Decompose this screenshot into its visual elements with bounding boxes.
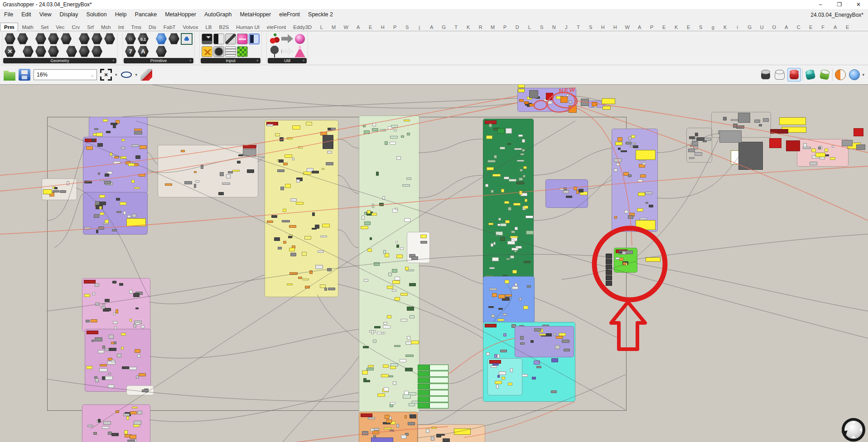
component-node[interactable] bbox=[184, 181, 192, 184]
component-node[interactable] bbox=[376, 172, 379, 176]
sketch-pen-icon[interactable] bbox=[140, 69, 152, 81]
component-node[interactable] bbox=[131, 180, 135, 183]
panel-component[interactable] bbox=[518, 85, 525, 88]
component-icon-input[interactable] bbox=[202, 46, 212, 57]
preview-eye-icon[interactable] bbox=[121, 69, 132, 81]
table-cell[interactable] bbox=[429, 396, 448, 402]
component-node[interactable] bbox=[515, 283, 517, 286]
component-node[interactable] bbox=[98, 419, 101, 423]
component-node[interactable] bbox=[509, 179, 516, 182]
component-node[interactable] bbox=[436, 434, 441, 437]
component-icon-geometry[interactable] bbox=[60, 33, 72, 45]
component-node[interactable] bbox=[94, 376, 97, 379]
table-cell[interactable] bbox=[418, 403, 429, 408]
tab-set[interactable]: Set bbox=[37, 23, 52, 31]
component-node[interactable] bbox=[491, 365, 497, 368]
component-node[interactable] bbox=[508, 383, 512, 385]
slider-component[interactable] bbox=[606, 259, 612, 264]
component-node[interactable] bbox=[331, 128, 336, 130]
component-node[interactable] bbox=[529, 90, 538, 98]
component-node[interactable] bbox=[312, 171, 319, 174]
component-node[interactable] bbox=[579, 189, 583, 192]
component-node[interactable] bbox=[525, 199, 527, 202]
component-node[interactable] bbox=[408, 422, 415, 425]
component-node[interactable] bbox=[135, 307, 139, 309]
component-node[interactable] bbox=[411, 341, 419, 345]
component-node[interactable] bbox=[327, 268, 332, 271]
component-node[interactable] bbox=[628, 137, 632, 140]
component-node[interactable] bbox=[386, 419, 392, 423]
component-node[interactable] bbox=[381, 332, 384, 334]
component-node[interactable] bbox=[243, 149, 256, 156]
component-node[interactable] bbox=[380, 129, 386, 131]
component-node[interactable] bbox=[633, 145, 638, 148]
component-node[interactable] bbox=[511, 231, 515, 233]
canvas-navigation-ball[interactable] bbox=[842, 418, 865, 442]
component-node[interactable] bbox=[498, 218, 501, 221]
component-node[interactable] bbox=[628, 174, 632, 177]
component-node[interactable] bbox=[86, 320, 90, 322]
component-node[interactable] bbox=[619, 258, 623, 261]
component-node[interactable] bbox=[392, 269, 397, 273]
component-node[interactable] bbox=[517, 160, 524, 162]
component-node[interactable] bbox=[368, 417, 375, 420]
component-node[interactable] bbox=[296, 179, 300, 183]
component-node[interactable] bbox=[323, 135, 333, 149]
component-group-11[interactable] bbox=[483, 119, 534, 286]
component-group-0[interactable] bbox=[89, 117, 148, 139]
component-node[interactable] bbox=[113, 125, 116, 128]
component-icon-primitive[interactable] bbox=[155, 46, 167, 58]
component-node[interactable] bbox=[569, 101, 573, 104]
component-node[interactable] bbox=[137, 354, 140, 357]
tab-letter-35[interactable]: G bbox=[743, 23, 756, 31]
tab-letter-21[interactable]: T bbox=[572, 23, 584, 31]
component-node[interactable] bbox=[511, 238, 517, 241]
component-node[interactable] bbox=[631, 135, 635, 138]
component-node[interactable] bbox=[818, 147, 821, 149]
component-node[interactable] bbox=[136, 375, 138, 379]
component-group-7[interactable] bbox=[82, 404, 150, 442]
component-node[interactable] bbox=[738, 113, 750, 123]
component-node[interactable] bbox=[181, 150, 185, 152]
component-node[interactable] bbox=[364, 221, 371, 225]
component-node[interactable] bbox=[523, 166, 527, 169]
component-node[interactable] bbox=[496, 384, 499, 389]
tab-letter-13[interactable]: R bbox=[474, 23, 487, 31]
component-node[interactable] bbox=[524, 261, 530, 263]
tab-letter-5[interactable]: H bbox=[376, 23, 389, 31]
open-file-icon[interactable] bbox=[4, 69, 15, 81]
component-node[interactable] bbox=[501, 189, 504, 192]
component-node[interactable] bbox=[296, 202, 304, 205]
component-node[interactable] bbox=[387, 315, 391, 318]
component-node[interactable] bbox=[551, 390, 557, 393]
component-node[interactable] bbox=[370, 237, 372, 240]
tab-fabt[interactable]: FabT bbox=[160, 23, 179, 31]
component-node[interactable] bbox=[410, 414, 416, 418]
slider-component[interactable] bbox=[606, 254, 612, 259]
component-node[interactable] bbox=[516, 182, 524, 184]
component-node[interactable] bbox=[302, 252, 307, 255]
component-node[interactable] bbox=[121, 333, 126, 336]
component-node[interactable] bbox=[123, 211, 126, 215]
tab-letter-40[interactable]: E bbox=[805, 23, 817, 31]
component-node[interactable] bbox=[489, 267, 495, 269]
tab-letter-41[interactable]: F bbox=[817, 23, 829, 31]
component-node[interactable] bbox=[105, 308, 111, 311]
component-node[interactable] bbox=[377, 394, 385, 397]
component-icon-geometry[interactable] bbox=[66, 46, 77, 58]
panel-component[interactable] bbox=[646, 257, 661, 262]
component-node[interactable] bbox=[504, 201, 509, 204]
close-button[interactable]: ✕ bbox=[849, 0, 868, 9]
menu-speckle-2[interactable]: Speckle 2 bbox=[304, 11, 337, 18]
component-node[interactable] bbox=[280, 137, 284, 141]
component-node[interactable] bbox=[91, 319, 97, 323]
component-node[interactable] bbox=[769, 138, 781, 148]
component-node[interactable] bbox=[498, 294, 505, 298]
component-node[interactable] bbox=[618, 148, 621, 150]
tab-letter-27[interactable]: P bbox=[646, 23, 658, 31]
component-node[interactable] bbox=[222, 183, 230, 185]
component-node[interactable] bbox=[383, 250, 386, 254]
component-icon-primitive[interactable]: 0.1 bbox=[137, 33, 149, 45]
component-node[interactable] bbox=[574, 187, 577, 190]
component-node[interactable] bbox=[486, 352, 490, 356]
